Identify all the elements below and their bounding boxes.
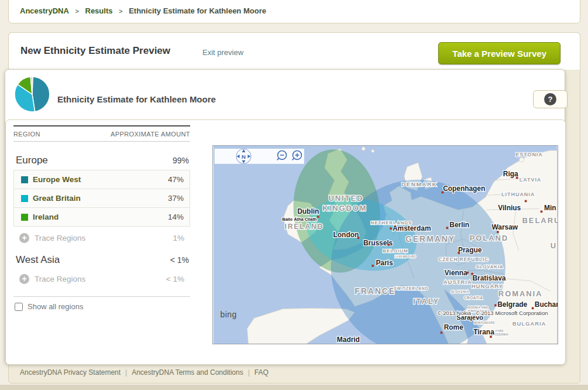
take-preview-survey-button[interactable]: Take a Preview Survey bbox=[438, 42, 561, 64]
city-label: Madrid bbox=[337, 336, 360, 344]
trace-regions-west-asia[interactable]: + Trace Regions < 1% bbox=[13, 271, 190, 286]
city-marker bbox=[372, 265, 374, 267]
footer-links: AncestryDNA Privacy Statement|AncestryDN… bbox=[20, 368, 269, 377]
show-all-regions-label: Show all regions bbox=[27, 302, 83, 311]
country-label: FRANCE bbox=[355, 286, 396, 296]
privacy-statement-link[interactable]: AncestryDNA Privacy Statement bbox=[20, 368, 121, 377]
country-label: GERMANY bbox=[405, 234, 455, 244]
country-label: LITHUANIA bbox=[501, 191, 535, 197]
trace-regions-europe[interactable]: + Trace Regions 1% bbox=[13, 230, 190, 245]
city-marker bbox=[471, 273, 473, 275]
country-label: DENMARK bbox=[401, 181, 437, 187]
great-britain-color-swatch bbox=[21, 195, 28, 202]
trace-regions-label: Trace Regions bbox=[35, 234, 173, 242]
region-amount: 47% bbox=[168, 175, 190, 184]
city-marker bbox=[541, 211, 543, 213]
country-label: ITALY bbox=[413, 297, 439, 306]
city-marker bbox=[497, 231, 499, 233]
city-marker bbox=[490, 336, 492, 338]
country-label: KINGDOM bbox=[322, 204, 367, 213]
region-amount: 14% bbox=[168, 213, 190, 221]
trace-regions-label: Trace Regions bbox=[35, 275, 166, 283]
city-label: Belgrade bbox=[497, 300, 527, 309]
country-label: HUNGARY bbox=[472, 283, 503, 289]
region-amount: 37% bbox=[168, 194, 190, 203]
country-label: POLAND bbox=[470, 234, 508, 242]
group-name: West Asia bbox=[13, 254, 60, 266]
region-group-west-asia: West Asia < 1% bbox=[13, 251, 190, 269]
exit-preview-link[interactable]: Exit preview bbox=[202, 48, 243, 57]
city-label: Min bbox=[544, 204, 556, 212]
city-label: Copenhagen bbox=[443, 184, 485, 193]
city-marker bbox=[466, 272, 469, 274]
city-marker bbox=[525, 200, 527, 203]
country-label: FYRO bbox=[496, 330, 504, 333]
breadcrumb-current: Ethnicity Estimate for Kathleen Moore bbox=[129, 6, 266, 15]
ethnicity-panel: Ethnicity Estimate for Kathleen Moore ? … bbox=[5, 69, 565, 364]
breadcrumb: AncestryDNA > Results > Ethnicity Estima… bbox=[8, 0, 580, 23]
city-label: Paris bbox=[376, 259, 393, 267]
expand-plus-icon[interactable]: + bbox=[19, 233, 29, 243]
terms-conditions-link[interactable]: AncestryDNA Terms and Conditions bbox=[132, 368, 243, 377]
group-name: Europe bbox=[13, 155, 48, 166]
country-label: ROMANIA bbox=[498, 289, 543, 298]
region-row-great-britain[interactable]: Great Britain 37% bbox=[13, 189, 190, 208]
panel-title: Ethnicity Estimate for Kathleen Moore bbox=[57, 94, 216, 104]
city-label: Brussels bbox=[363, 239, 393, 247]
city-label: Berlin bbox=[449, 221, 469, 229]
region-link-ireland[interactable]: Ireland bbox=[33, 213, 168, 221]
help-button[interactable]: ? bbox=[533, 90, 568, 108]
city-marker bbox=[441, 331, 443, 334]
table-header: REGION APPROXIMATE AMOUNT bbox=[13, 125, 190, 142]
city-marker bbox=[442, 191, 444, 194]
breadcrumb-link-results[interactable]: Results bbox=[85, 6, 113, 15]
map-controls[interactable]: N bbox=[215, 149, 304, 164]
breadcrumb-link-ancestrydna[interactable]: AncestryDNA bbox=[20, 6, 69, 15]
ethnicity-pie-chart-icon bbox=[13, 76, 51, 113]
city-marker bbox=[357, 237, 359, 239]
country-label: BOSNIA AND bbox=[468, 306, 488, 309]
city-label: Warsaw bbox=[492, 223, 518, 231]
country-label: BELARU bbox=[522, 216, 558, 225]
region-row-ireland[interactable]: Ireland 14% bbox=[13, 207, 190, 227]
region-link-great-britain[interactable]: Great Britain bbox=[33, 194, 168, 203]
country-label: U bbox=[551, 241, 557, 250]
show-all-regions-checkbox[interactable] bbox=[15, 303, 23, 311]
zoom-out-icon[interactable] bbox=[277, 150, 287, 160]
expand-plus-icon[interactable]: + bbox=[19, 274, 29, 284]
footer-separator: | bbox=[248, 368, 250, 377]
ireland-color-swatch bbox=[21, 214, 28, 221]
map-control-bar bbox=[215, 149, 304, 164]
country-label: MONTENEGRO bbox=[474, 321, 495, 324]
region-row-europe-west[interactable]: Europe West 47% bbox=[13, 170, 190, 189]
europe-west-color-swatch bbox=[21, 176, 28, 183]
country-label: ESTONIA bbox=[515, 152, 543, 158]
city-label: Dublin bbox=[297, 207, 319, 215]
city-marker bbox=[516, 177, 518, 179]
country-label: AUSTRIA bbox=[443, 279, 472, 285]
group-amount: < 1% bbox=[170, 255, 190, 265]
city-marker bbox=[387, 244, 390, 246]
city-label: Vienna bbox=[445, 269, 467, 277]
city-label: Baile Átha Cliath bbox=[282, 217, 317, 222]
city-marker bbox=[390, 227, 392, 230]
map-copyright: © 2013 Microsoft Corporation bbox=[476, 310, 548, 316]
preview-header: New Ethnicity Estimate Preview Exit prev… bbox=[9, 33, 580, 70]
city-label: London bbox=[333, 231, 359, 239]
region-column-header: REGION bbox=[13, 131, 40, 138]
country-label: SWITZERLAND bbox=[394, 286, 428, 290]
europe-map[interactable]: UNITEDKINGDOMIRELANDNETHERLANDSBELGIUMLU… bbox=[212, 145, 558, 344]
region-link-europe-west[interactable]: Europe West bbox=[33, 175, 168, 184]
compass-north-label: N bbox=[242, 153, 246, 160]
country-label: IRELAND bbox=[284, 223, 324, 231]
page: AncestryDNA > Results > Ethnicity Estima… bbox=[0, 0, 588, 390]
city-marker bbox=[458, 252, 460, 254]
bing-logo: bing bbox=[220, 310, 236, 319]
country-label: SLOVENIA bbox=[451, 290, 469, 293]
city-label: Riga bbox=[503, 170, 518, 178]
country-label: CZECH REPUBLIC bbox=[438, 256, 489, 262]
city-label: Vilnius bbox=[498, 204, 521, 212]
faq-link[interactable]: FAQ bbox=[255, 368, 269, 377]
city-label: Rome bbox=[444, 323, 463, 331]
zoom-in-icon[interactable] bbox=[292, 150, 301, 160]
